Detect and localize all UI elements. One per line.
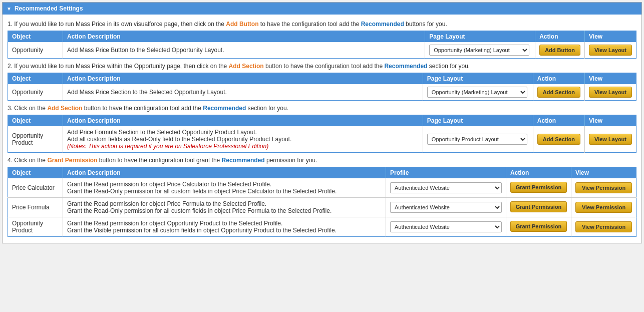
table3-add-section-button[interactable]: Add Section [537,134,580,145]
table3-col-object: Object [8,115,63,127]
table1-col-action-desc: Action Description [63,31,425,43]
table4-row1-profile-cell: Authenticated Website [386,198,506,217]
table1-object: Opportunity [8,42,63,59]
table3-row: Opportunity Product Add Price Formula Se… [8,126,636,153]
table4-row1-object: Price Formula [8,198,63,217]
table4-row1-action-cell: Grant Permission [506,198,571,217]
table4-row1-view-button[interactable]: View Permission [575,202,632,213]
table4-row2-profile-cell: Authenticated Website [386,217,506,237]
table3-view-cell: View Layout [585,126,636,153]
table1-col-page-layout: Page Layout [425,31,535,43]
table4-row0-desc: Grant the Read permission for object Pri… [63,178,386,198]
table1-col-view: View [585,31,636,43]
recommended-settings-panel: ▼ Recommended Settings 1. If you would l… [2,2,642,243]
table2-action-cell: Add Section [533,84,584,101]
table4-row2-desc: Grant the Read permission for object Opp… [63,217,386,237]
table4-row1-grant-button[interactable]: Grant Permission [510,201,567,212]
step1-instruction: 1. If you would like to run Mass Price i… [8,21,636,28]
content-area: 1. If you would like to run Mass Price i… [3,15,641,243]
table4-row-0: Price Calculator Grant the Read permissi… [8,178,636,198]
table4-row0-profile-select[interactable]: Authenticated Website [390,182,502,193]
table3-layout-select[interactable]: Opportunity Product Layout [427,134,527,145]
table1-view-cell: View Layout [585,42,636,59]
table2-description: Add Mass Price Section to the Selected O… [63,84,423,101]
table2-view-cell: View Layout [585,84,636,101]
table4-row0-view-button[interactable]: View Permission [575,182,632,193]
table1-layout-cell: Opportunity (Marketing) Layout [425,42,535,59]
table4-col-object: Object [8,167,63,179]
table2-row: Opportunity Add Mass Price Section to th… [8,84,636,101]
step4-instruction: 4. Click on the Grant Permission button … [8,157,636,164]
table2: Object Action Description Page Layout Ac… [8,73,636,101]
panel-header: ▼ Recommended Settings [3,3,641,15]
table4-row1-view-cell: View Permission [571,198,636,217]
table4-row2-view-button[interactable]: View Permission [575,221,632,232]
table4-row0-grant-button[interactable]: Grant Permission [510,182,567,193]
table4-row1-desc: Grant the Read permission for object Pri… [63,198,386,217]
panel-title: Recommended Settings [15,5,83,12]
collapse-arrow[interactable]: ▼ [7,6,12,12]
table2-col-object: Object [8,73,63,85]
table2-col-page-layout: Page Layout [423,73,533,85]
table2-view-layout-button[interactable]: View Layout [589,87,632,98]
table3-col-page-layout: Page Layout [423,115,533,127]
table3-col-view: View [585,115,636,127]
step2-instruction: 2. If you would like to run Mass Price w… [8,63,636,70]
table1-add-button[interactable]: Add Button [539,45,580,56]
table1-view-layout-button[interactable]: View Layout [589,45,632,56]
table4-row-1: Price Formula Grant the Read permission … [8,198,636,217]
table3-action-cell: Add Section [533,126,584,153]
table1-col-object: Object [8,31,63,43]
table2-layout-cell: Opportunity (Marketing) Layout [423,84,533,101]
table4-row2-grant-button[interactable]: Grant Permission [510,221,567,232]
table1-description: Add Mass Price Button to the Selected Op… [63,42,425,59]
table1-col-action: Action [535,31,585,43]
table1-layout-select[interactable]: Opportunity (Marketing) Layout [429,45,529,56]
table2-col-action: Action [533,73,584,85]
table4-row2-profile-select[interactable]: Authenticated Website [390,221,502,232]
table2-layout-select[interactable]: Opportunity (Marketing) Layout [427,87,527,98]
table4-row0-view-cell: View Permission [571,178,636,198]
table4-row2-object: Opportunity Product [8,217,63,237]
table3-object: Opportunity Product [8,126,63,153]
table4-col-action-desc: Action Description [63,167,386,179]
table4-row1-profile-select[interactable]: Authenticated Website [390,202,502,213]
table4: Object Action Description Profile Action… [8,167,636,237]
table4-col-view: View [571,167,636,179]
table2-object: Opportunity [8,84,63,101]
table4-row-2: Opportunity Product Grant the Read permi… [8,217,636,237]
step3-instruction: 3. Click on the Add Section button to ha… [8,105,636,112]
table1-action-cell: Add Button [535,42,585,59]
table4-col-profile: Profile [386,167,506,179]
table2-add-section-button[interactable]: Add Section [537,87,580,98]
table3-col-action: Action [533,115,584,127]
table4-row0-profile-cell: Authenticated Website [386,178,506,198]
table4-col-action: Action [506,167,571,179]
table4-row2-action-cell: Grant Permission [506,217,571,237]
table3-layout-cell: Opportunity Product Layout [423,126,533,153]
table3: Object Action Description Page Layout Ac… [8,115,636,153]
table4-row0-object: Price Calculator [8,178,63,198]
table2-col-view: View [585,73,636,85]
table3-view-layout-button[interactable]: View Layout [589,134,632,145]
table1-row: Opportunity Add Mass Price Button to the… [8,42,636,59]
table1: Object Action Description Page Layout Ac… [8,31,636,59]
table2-col-action-desc: Action Description [63,73,423,85]
table4-row0-action-cell: Grant Permission [506,178,571,198]
table4-row2-view-cell: View Permission [571,217,636,237]
table3-col-action-desc: Action Description [63,115,423,127]
table3-description: Add Price Formula Section to the Selecte… [63,126,423,153]
